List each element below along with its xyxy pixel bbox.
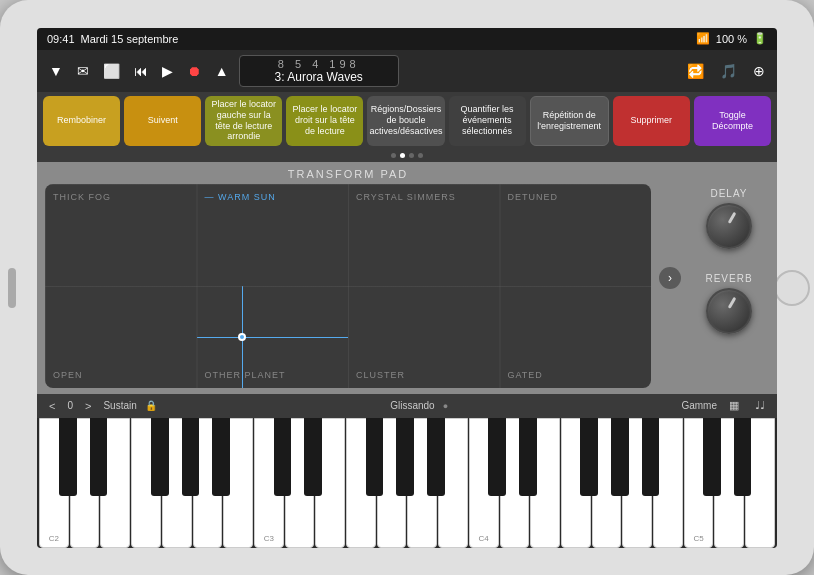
qa-btn-regions[interactable]: Régions/Dossiers de boucle actives/désac…: [367, 96, 444, 146]
main-content: TRANSFORM PAD THICK FOG — WARM SUN CRYST…: [37, 162, 777, 394]
home-button[interactable]: [774, 270, 810, 306]
settings-btn[interactable]: ⊕: [749, 59, 769, 83]
crosshair-dot: [238, 333, 246, 341]
delay-knob-group: DELAY: [706, 188, 752, 249]
reverb-knob-group: REVERB: [705, 273, 752, 334]
pad-cell-other-planet[interactable]: OTHER PLANET: [197, 286, 349, 388]
glissando-label: Glissando: [390, 400, 434, 411]
transform-pad-grid[interactable]: THICK FOG — WARM SUN CRYSTAL SIMMERS DET…: [45, 184, 651, 388]
black-key[interactable]: [212, 418, 230, 496]
crosshair-h: [197, 337, 349, 338]
status-bar-right: 📶 100 % 🔋: [696, 32, 767, 45]
ipad-frame: 09:41 Mardi 15 septembre 📶 100 % 🔋 ▼ ✉ ⬜…: [0, 0, 814, 575]
prev-octave-btn[interactable]: <: [45, 398, 59, 414]
qa-btn-suivent[interactable]: Suivent: [124, 96, 201, 146]
battery-display: 100 %: [716, 33, 747, 45]
expand-pad-btn[interactable]: ›: [659, 267, 681, 289]
dot-3: [409, 153, 414, 158]
black-key[interactable]: [90, 418, 108, 496]
status-bar-left: 09:41 Mardi 15 septembre: [47, 33, 178, 45]
black-key[interactable]: [642, 418, 660, 496]
window-btn[interactable]: ⬜: [99, 59, 124, 83]
metronome-btn[interactable]: 🎵: [716, 59, 741, 83]
black-key[interactable]: [274, 418, 292, 496]
black-key[interactable]: [59, 418, 77, 496]
black-key[interactable]: [580, 418, 598, 496]
lock-icon: 🔒: [145, 400, 157, 411]
date-display: Mardi 15 septembre: [81, 33, 179, 45]
mail-btn[interactable]: ✉: [73, 59, 93, 83]
delay-knob[interactable]: [706, 203, 752, 249]
pad-label-thick-fog: THICK FOG: [53, 192, 111, 202]
black-key[interactable]: [151, 418, 169, 496]
qa-btn-rembobiner[interactable]: Rembobiner: [43, 96, 120, 146]
pad-cell-crystal-simmers[interactable]: CRYSTAL SIMMERS: [348, 184, 500, 286]
beat-display: 8 5 4 198: [250, 58, 388, 70]
qa-btn-locator-left[interactable]: Placer le locator gauche sur la tête de …: [205, 96, 282, 146]
dot-4: [418, 153, 423, 158]
expand-transport-btn[interactable]: ▲: [211, 59, 233, 83]
wifi-icon: 📶: [696, 32, 710, 45]
pad-cell-thick-fog[interactable]: THICK FOG: [45, 184, 197, 286]
transport-right-controls: 🔁 🎵 ⊕: [683, 59, 769, 83]
pad-cell-open[interactable]: OPEN: [45, 286, 197, 388]
black-key[interactable]: [427, 418, 445, 496]
black-key[interactable]: [611, 418, 629, 496]
keyboard-controls: < 0 > Sustain 🔒 Glissando ● Gamme ▦ ♩♩: [37, 394, 777, 418]
octave-value: 0: [67, 400, 73, 411]
grid-view-btn[interactable]: ▦: [725, 397, 743, 414]
record-btn[interactable]: ⏺: [183, 59, 205, 83]
black-key[interactable]: [366, 418, 384, 496]
transport-display: 8 5 4 198 3: Aurora Waves: [239, 55, 399, 87]
gamme-label: Gamme: [681, 400, 717, 411]
play-btn[interactable]: ▶: [158, 59, 177, 83]
pad-label-open: OPEN: [53, 370, 83, 380]
qa-btn-repetition[interactable]: Répétition de l'enregistrement: [530, 96, 609, 146]
side-button-left[interactable]: [8, 268, 16, 308]
piano-keyboard[interactable]: C2C3C4C5: [37, 418, 777, 548]
transform-section: TRANSFORM PAD THICK FOG — WARM SUN CRYST…: [37, 162, 777, 394]
ipad-screen: 09:41 Mardi 15 septembre 📶 100 % 🔋 ▼ ✉ ⬜…: [37, 28, 777, 548]
next-octave-btn[interactable]: >: [81, 398, 95, 414]
pad-cell-cluster[interactable]: CLUSTER: [348, 286, 500, 388]
delay-label: DELAY: [710, 188, 747, 199]
dot-1: [391, 153, 396, 158]
dropdown-btn[interactable]: ▼: [45, 59, 67, 83]
pad-label-other-planet: OTHER PLANET: [205, 370, 286, 380]
black-key[interactable]: [304, 418, 322, 496]
pad-cell-warm-sun[interactable]: — WARM SUN: [197, 184, 349, 286]
black-key[interactable]: [703, 418, 721, 496]
pad-label-detuned: DETUNED: [508, 192, 559, 202]
pad-label-warm-sun: — WARM SUN: [205, 192, 276, 202]
status-bar: 09:41 Mardi 15 septembre 📶 100 % 🔋: [37, 28, 777, 50]
rewind-btn[interactable]: ⏮: [130, 59, 152, 83]
dot-2: [400, 153, 405, 158]
pad-cell-detuned[interactable]: DETUNED: [500, 184, 652, 286]
black-key[interactable]: [519, 418, 537, 496]
qa-btn-locator-right[interactable]: Placer le locator droit sur la tête de l…: [286, 96, 363, 146]
sustain-label: Sustain: [103, 400, 136, 411]
pad-label-cluster: CLUSTER: [356, 370, 405, 380]
black-key[interactable]: [396, 418, 414, 496]
reverb-label: REVERB: [705, 273, 752, 284]
pad-cell-gated[interactable]: GATED: [500, 286, 652, 388]
black-key[interactable]: [182, 418, 200, 496]
loop-btn[interactable]: 🔁: [683, 59, 708, 83]
quick-actions-bar: Rembobiner Suivent Placer le locator gau…: [37, 92, 777, 150]
qa-btn-quantifier[interactable]: Quantifier les événements sélectionnés: [449, 96, 526, 146]
track-name: 3: Aurora Waves: [250, 70, 388, 84]
qa-btn-toggle[interactable]: Toggle Décompte: [694, 96, 771, 146]
reverb-knob[interactable]: [706, 288, 752, 334]
glissando-dot: ●: [443, 401, 448, 411]
keys-view-btn[interactable]: ♩♩: [751, 397, 769, 414]
black-key[interactable]: [734, 418, 752, 496]
qa-btn-supprimer[interactable]: Supprimer: [613, 96, 690, 146]
knobs-section: DELAY REVERB: [689, 168, 769, 388]
transform-pad-title: TRANSFORM PAD: [45, 168, 651, 180]
pagination-dots: [37, 150, 777, 162]
transform-pad-area: TRANSFORM PAD THICK FOG — WARM SUN CRYST…: [45, 168, 651, 388]
pad-label-crystal-simmers: CRYSTAL SIMMERS: [356, 192, 456, 202]
black-key[interactable]: [488, 418, 506, 496]
pad-label-gated: GATED: [508, 370, 543, 380]
transport-bar: ▼ ✉ ⬜ ⏮ ▶ ⏺ ▲ 8 5 4 198 3: Aurora Waves …: [37, 50, 777, 92]
